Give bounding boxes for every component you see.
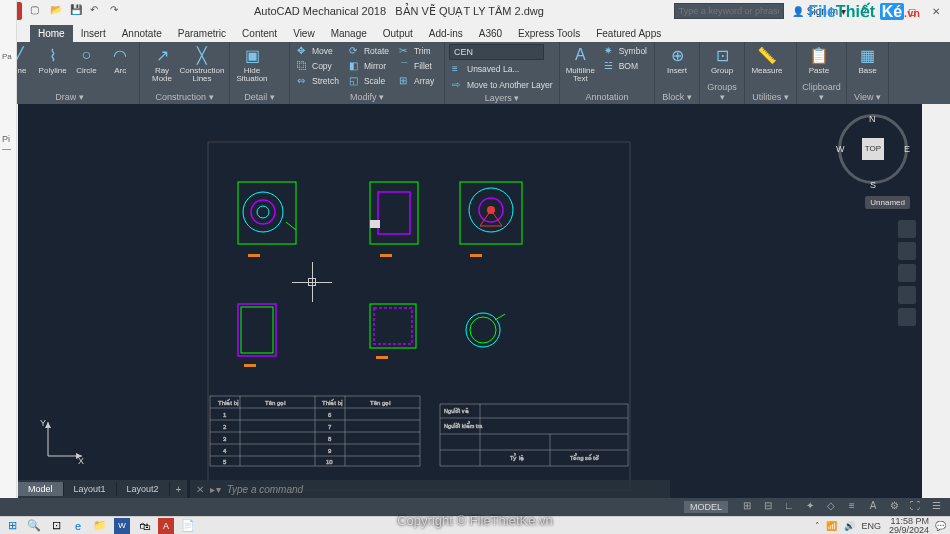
tab-express[interactable]: Express Tools xyxy=(510,25,588,42)
drawing-viewport[interactable]: Thiết bị Tên gọi Thiết bị Tên gọi 16 27 … xyxy=(18,104,922,498)
tab-a360[interactable]: A360 xyxy=(471,25,510,42)
explorer-icon[interactable]: 📁 xyxy=(92,518,108,534)
task-view-icon[interactable]: ⊡ xyxy=(48,518,64,534)
mirror-button[interactable]: ◧Mirror xyxy=(346,59,392,73)
arc-button[interactable]: ◠Arc xyxy=(105,44,135,75)
layer-state-button[interactable]: ≡Unsaved La... xyxy=(449,62,556,76)
trim-button[interactable]: ✂Trim xyxy=(396,44,437,58)
search-input[interactable] xyxy=(674,3,784,19)
tab-addins[interactable]: Add-ins xyxy=(421,25,471,42)
qat-save-icon[interactable]: 💾 xyxy=(70,4,84,18)
group-modify-label: Modify ▾ xyxy=(294,91,440,102)
autocad-icon[interactable]: A xyxy=(158,518,174,534)
ray-button[interactable]: ↗Ray Mode xyxy=(144,44,180,83)
svg-rect-19 xyxy=(370,304,416,348)
tab-model[interactable]: Model xyxy=(18,482,64,496)
move-to-layer-button[interactable]: ⇨Move to Another Layer xyxy=(449,78,556,92)
hide-situation-button[interactable]: ▣Hide Situation xyxy=(234,44,270,83)
svg-text:Tổng số tờ: Tổng số tờ xyxy=(570,453,599,461)
status-customize-icon[interactable]: ☰ xyxy=(928,500,944,514)
status-ortho-icon[interactable]: ∟ xyxy=(781,500,797,514)
tab-view[interactable]: View xyxy=(285,25,323,42)
status-lineweight-icon[interactable]: ≡ xyxy=(844,500,860,514)
nav-pan-icon[interactable] xyxy=(898,242,916,260)
tab-annotate[interactable]: Annotate xyxy=(114,25,170,42)
tab-output[interactable]: Output xyxy=(375,25,421,42)
start-button[interactable]: ⊞ xyxy=(4,518,20,534)
status-model-badge[interactable]: MODEL xyxy=(684,501,728,513)
tab-layout2[interactable]: Layout2 xyxy=(117,482,170,496)
tray-volume-icon[interactable]: 🔊 xyxy=(844,521,855,531)
nav-orbit-icon[interactable] xyxy=(898,286,916,304)
panel-label: Pa xyxy=(2,52,12,61)
tab-featured[interactable]: Featured Apps xyxy=(588,25,669,42)
bom-button[interactable]: ☱BOM xyxy=(601,59,650,73)
clock[interactable]: 11:58 PM 29/9/2024 xyxy=(889,517,929,535)
svg-rect-15 xyxy=(470,254,482,257)
tray-lang[interactable]: ENG xyxy=(861,521,881,531)
svg-point-4 xyxy=(257,206,269,218)
notifications-icon[interactable]: 💬 xyxy=(935,521,946,531)
tray-network-icon[interactable]: 📶 xyxy=(826,521,837,531)
viewcube[interactable]: TOP N S W E xyxy=(838,114,908,186)
status-osnap-icon[interactable]: ◇ xyxy=(823,500,839,514)
construction-lines-button[interactable]: ╳Construction Lines xyxy=(184,44,220,83)
scale-button[interactable]: ◱Scale xyxy=(346,74,392,88)
move-button[interactable]: ✥Move xyxy=(294,44,342,58)
nav-zoom-icon[interactable] xyxy=(898,264,916,282)
tab-content[interactable]: Content xyxy=(234,25,285,42)
search-icon[interactable]: 🔍 xyxy=(26,518,42,534)
status-snap-icon[interactable]: ⊟ xyxy=(760,500,776,514)
tab-home[interactable]: Home xyxy=(30,25,73,42)
circle-button[interactable]: ○Circle xyxy=(72,44,102,75)
stretch-button[interactable]: ⇔Stretch xyxy=(294,74,342,88)
qat-new-icon[interactable]: ▢ xyxy=(30,4,44,18)
qat-open-icon[interactable]: 📂 xyxy=(50,4,64,18)
word-icon[interactable]: W xyxy=(114,518,130,534)
svg-rect-16 xyxy=(238,304,276,356)
nav-showmotion-icon[interactable] xyxy=(898,308,916,326)
polyline-button[interactable]: ⌇Polyline xyxy=(38,44,68,75)
ucs-unnamed-badge[interactable]: Unnamed xyxy=(865,196,910,209)
close-icon[interactable]: ✕ xyxy=(926,6,946,17)
tab-manage[interactable]: Manage xyxy=(323,25,375,42)
edge-icon[interactable]: e xyxy=(70,518,86,534)
symbol-button[interactable]: ✷Symbol xyxy=(601,44,650,58)
copy-button[interactable]: ⿻Copy xyxy=(294,59,342,73)
store-icon[interactable]: 🛍 xyxy=(136,518,152,534)
fillet-button[interactable]: ⌒Fillet xyxy=(396,59,437,73)
group-groups-label: Groups ▾ xyxy=(704,81,740,102)
svg-text:9: 9 xyxy=(328,448,332,454)
add-layout-button[interactable]: + xyxy=(170,482,188,497)
group-button[interactable]: ⊡Group xyxy=(704,44,740,75)
status-annotation-icon[interactable]: A xyxy=(865,500,881,514)
command-line[interactable]: ✕ ▸ ▾ Type a command xyxy=(190,480,670,498)
svg-text:Tên gọi: Tên gọi xyxy=(265,400,286,407)
rotate-button[interactable]: ⟳Rotate xyxy=(346,44,392,58)
status-polar-icon[interactable]: ✦ xyxy=(802,500,818,514)
cmdline-options-icon[interactable]: ▸ ▾ xyxy=(210,484,221,495)
status-bar: MODEL ⊞ ⊟ ∟ ✦ ◇ ≡ A ⚙ ⛶ ☰ xyxy=(0,498,950,516)
close-cmdline-icon[interactable]: ✕ xyxy=(196,484,204,495)
measure-button[interactable]: 📏Measure xyxy=(749,44,785,75)
status-workspace-icon[interactable]: ⚙ xyxy=(886,500,902,514)
nav-wheel-icon[interactable] xyxy=(898,220,916,238)
qat-undo-icon[interactable]: ↶ xyxy=(90,4,104,18)
tab-insert[interactable]: Insert xyxy=(73,25,114,42)
tab-layout1[interactable]: Layout1 xyxy=(64,482,117,496)
tray-chevron-icon[interactable]: ˄ xyxy=(815,521,820,531)
tab-parametric[interactable]: Parametric xyxy=(170,25,234,42)
multiline-text-button[interactable]: AMultiline Text xyxy=(564,44,597,83)
watermark-logo: FileThiết Ké.vn xyxy=(808,2,920,21)
status-fullscreen-icon[interactable]: ⛶ xyxy=(907,500,923,514)
svg-rect-8 xyxy=(378,192,410,234)
insert-button[interactable]: ⊕Insert xyxy=(659,44,695,75)
array-button[interactable]: ⊞Array xyxy=(396,74,437,88)
qat-redo-icon[interactable]: ↷ xyxy=(110,4,124,18)
layer-select[interactable] xyxy=(449,44,544,60)
app-icon[interactable]: 📄 xyxy=(180,518,196,534)
base-button[interactable]: ▦Base xyxy=(851,44,884,75)
paste-button[interactable]: 📋Paste xyxy=(801,44,837,75)
status-grid-icon[interactable]: ⊞ xyxy=(739,500,755,514)
group-clipboard-label: Clipboard ▾ xyxy=(801,81,842,102)
